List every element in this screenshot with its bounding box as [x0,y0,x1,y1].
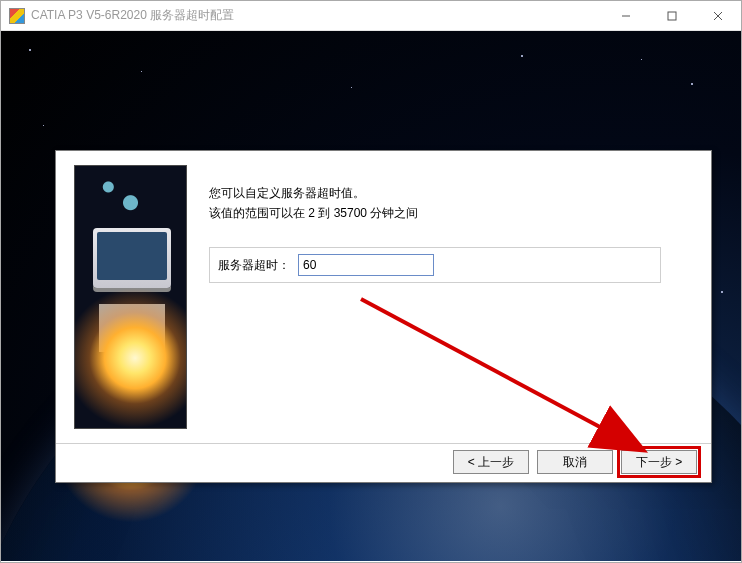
dialog-button-bar: < 上一步 取消 下一步 > [56,442,711,482]
timeout-input[interactable] [298,254,434,276]
dialog-body: 您可以自定义服务器超时值。 该值的范围可以在 2 到 35700 分钟之间 服务… [56,151,711,443]
timeout-field-group: 服务器超时： [209,247,661,283]
window-title: CATIA P3 V5-6R2020 服务器超时配置 [31,7,603,24]
star [691,83,693,85]
description-line-2: 该值的范围可以在 2 到 35700 分钟之间 [209,203,693,223]
close-icon [713,11,723,21]
titlebar[interactable]: CATIA P3 V5-6R2020 服务器超时配置 [1,1,741,31]
minimize-icon [621,11,631,21]
minimize-button[interactable] [603,1,649,30]
next-button[interactable]: 下一步 > [621,450,697,474]
window-controls [603,1,741,30]
star [43,125,44,126]
star [721,291,723,293]
config-dialog: 您可以自定义服务器超时值。 该值的范围可以在 2 到 35700 分钟之间 服务… [55,150,712,483]
maximize-icon [667,11,677,21]
svg-rect-1 [668,12,676,20]
back-button[interactable]: < 上一步 [453,450,529,474]
star [521,55,523,57]
dialog-content: 您可以自定义服务器超时值。 该值的范围可以在 2 到 35700 分钟之间 服务… [209,165,693,433]
app-window: CATIA P3 V5-6R2020 服务器超时配置 [0,0,742,563]
star [351,87,352,88]
wizard-side-image [74,165,187,429]
sun-burst-icon [74,268,187,429]
cancel-button[interactable]: 取消 [537,450,613,474]
timeout-label: 服务器超时： [218,257,298,274]
star [29,49,31,51]
close-button[interactable] [695,1,741,30]
star [141,71,142,72]
star [641,59,642,60]
app-icon [9,8,25,24]
description-line-1: 您可以自定义服务器超时值。 [209,183,693,203]
client-area: 您可以自定义服务器超时值。 该值的范围可以在 2 到 35700 分钟之间 服务… [1,31,741,561]
maximize-button[interactable] [649,1,695,30]
